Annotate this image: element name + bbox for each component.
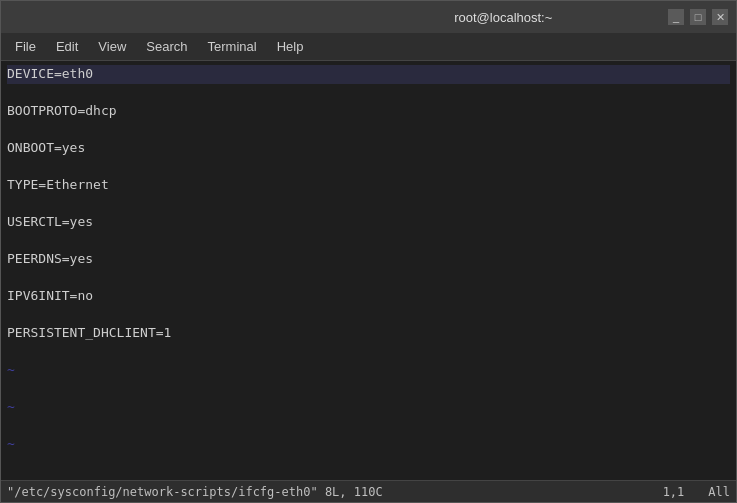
status-position: 1,1 <box>663 485 701 499</box>
minimize-button[interactable]: _ <box>668 9 684 25</box>
editor-line: BOOTPROTO=dhcp <box>7 102 730 121</box>
editor-line: TYPE=Ethernet <box>7 176 730 195</box>
menu-help[interactable]: Help <box>267 33 314 60</box>
tilde-line: ~ <box>7 398 730 417</box>
maximize-button[interactable]: □ <box>690 9 706 25</box>
menu-search[interactable]: Search <box>136 33 197 60</box>
editor-line: PEERDNS=yes <box>7 250 730 269</box>
editor-line: IPV6INIT=no <box>7 287 730 306</box>
tilde-line: ~ <box>7 361 730 380</box>
menu-bar: File Edit View Search Terminal Help <box>1 33 736 61</box>
window-title: root@localhost:~ <box>339 10 669 25</box>
status-scroll: All <box>700 485 730 499</box>
editor-content[interactable]: DEVICE=eth0 BOOTPROTO=dhcp ONBOOT=yes TY… <box>1 61 736 480</box>
tilde-line: ~ <box>7 472 730 480</box>
title-bar: root@localhost:~ _ □ ✕ <box>1 1 736 33</box>
window-controls: _ □ ✕ <box>668 9 728 25</box>
menu-terminal[interactable]: Terminal <box>198 33 267 60</box>
status-bar: "/etc/sysconfig/network-scripts/ifcfg-et… <box>1 480 736 502</box>
tilde-line: ~ <box>7 435 730 454</box>
close-button[interactable]: ✕ <box>712 9 728 25</box>
status-filename: "/etc/sysconfig/network-scripts/ifcfg-et… <box>7 485 663 499</box>
editor-line: PERSISTENT_DHCLIENT=1 <box>7 324 730 343</box>
editor-line: DEVICE=eth0 <box>7 65 730 84</box>
menu-view[interactable]: View <box>88 33 136 60</box>
editor-line: USERCTL=yes <box>7 213 730 232</box>
terminal-window: root@localhost:~ _ □ ✕ File Edit View Se… <box>0 0 737 503</box>
editor-line: ONBOOT=yes <box>7 139 730 158</box>
menu-file[interactable]: File <box>5 33 46 60</box>
menu-edit[interactable]: Edit <box>46 33 88 60</box>
editor-area[interactable]: DEVICE=eth0 BOOTPROTO=dhcp ONBOOT=yes TY… <box>1 61 736 480</box>
